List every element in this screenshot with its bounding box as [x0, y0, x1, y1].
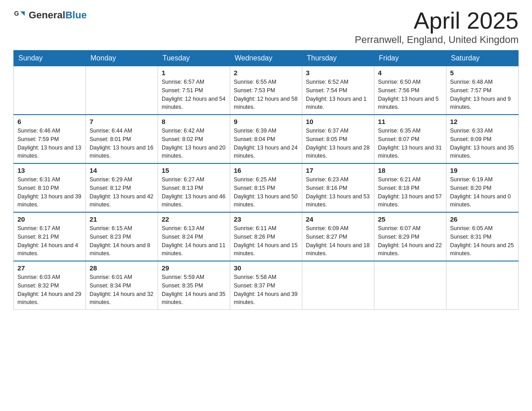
day-info: Sunrise: 6:35 AMSunset: 8:07 PMDaylight:… [378, 127, 442, 160]
day-info: Sunrise: 6:01 AMSunset: 8:34 PMDaylight:… [90, 273, 154, 307]
calendar-cell [86, 66, 158, 115]
day-info: Sunrise: 5:59 AMSunset: 8:35 PMDaylight:… [162, 273, 226, 307]
calendar-table: Sunday Monday Tuesday Wednesday Thursday… [13, 50, 519, 310]
day-number: 11 [378, 118, 442, 125]
logo-general-text: General [29, 9, 65, 21]
svg-marker-1 [20, 12, 25, 16]
day-info: Sunrise: 6:33 AMSunset: 8:09 PMDaylight:… [450, 127, 515, 160]
day-info: Sunrise: 6:42 AMSunset: 8:02 PMDaylight:… [162, 127, 226, 160]
day-number: 14 [90, 167, 154, 174]
calendar-cell: 15Sunrise: 6:27 AMSunset: 8:13 PMDayligh… [158, 163, 230, 212]
calendar-cell: 13Sunrise: 6:31 AMSunset: 8:10 PMDayligh… [14, 163, 86, 212]
calendar-week-row: 27Sunrise: 6:03 AMSunset: 8:32 PMDayligh… [14, 261, 519, 310]
month-title: April 2025 [355, 9, 519, 32]
day-info: Sunrise: 6:27 AMSunset: 8:13 PMDaylight:… [162, 176, 226, 209]
calendar-cell: 9Sunrise: 6:39 AMSunset: 8:04 PMDaylight… [230, 115, 302, 163]
day-number: 5 [450, 69, 515, 77]
col-sunday: Sunday [14, 51, 86, 66]
day-number: 29 [162, 264, 226, 272]
calendar-cell: 27Sunrise: 6:03 AMSunset: 8:32 PMDayligh… [14, 261, 86, 310]
day-number: 17 [306, 167, 370, 174]
calendar-week-row: 13Sunrise: 6:31 AMSunset: 8:10 PMDayligh… [14, 163, 519, 212]
day-info: Sunrise: 6:57 AMSunset: 7:51 PMDaylight:… [162, 78, 226, 111]
day-number: 1 [162, 69, 226, 77]
day-info: Sunrise: 6:25 AMSunset: 8:15 PMDaylight:… [234, 176, 298, 209]
day-info: Sunrise: 6:15 AMSunset: 8:23 PMDaylight:… [90, 224, 154, 258]
calendar-cell: 2Sunrise: 6:55 AMSunset: 7:53 PMDaylight… [230, 66, 302, 115]
logo-blue-text: Blue [65, 9, 87, 21]
day-info: Sunrise: 6:09 AMSunset: 8:27 PMDaylight:… [306, 224, 370, 258]
day-number: 20 [17, 215, 82, 223]
page-header: G GeneralBlue April 2025 Perranwell, Eng… [13, 9, 519, 46]
calendar-cell: 3Sunrise: 6:52 AMSunset: 7:54 PMDaylight… [302, 66, 374, 115]
calendar-cell: 12Sunrise: 6:33 AMSunset: 8:09 PMDayligh… [446, 115, 519, 163]
calendar-cell: 20Sunrise: 6:17 AMSunset: 8:21 PMDayligh… [14, 212, 86, 261]
day-number: 8 [162, 118, 226, 125]
calendar-header-row: Sunday Monday Tuesday Wednesday Thursday… [14, 51, 519, 66]
svg-text:G: G [14, 10, 19, 17]
day-number: 21 [90, 215, 154, 223]
day-info: Sunrise: 6:48 AMSunset: 7:57 PMDaylight:… [450, 78, 515, 111]
day-info: Sunrise: 6:11 AMSunset: 8:26 PMDaylight:… [234, 224, 298, 258]
calendar-cell: 14Sunrise: 6:29 AMSunset: 8:12 PMDayligh… [86, 163, 158, 212]
day-number: 16 [234, 167, 298, 174]
col-saturday: Saturday [446, 51, 519, 66]
calendar-cell [302, 261, 374, 310]
col-tuesday: Tuesday [158, 51, 230, 66]
general-blue-logo-icon: G [13, 9, 26, 21]
day-number: 9 [234, 118, 298, 125]
col-monday: Monday [86, 51, 158, 66]
title-block: April 2025 Perranwell, England, United K… [355, 9, 519, 46]
calendar-cell: 30Sunrise: 5:58 AMSunset: 8:37 PMDayligh… [230, 261, 302, 310]
calendar-cell: 11Sunrise: 6:35 AMSunset: 8:07 PMDayligh… [374, 115, 446, 163]
col-friday: Friday [374, 51, 446, 66]
calendar-week-row: 6Sunrise: 6:46 AMSunset: 7:59 PMDaylight… [14, 115, 519, 163]
calendar-cell: 6Sunrise: 6:46 AMSunset: 7:59 PMDaylight… [14, 115, 86, 163]
day-number: 30 [234, 264, 298, 272]
day-number: 6 [17, 118, 82, 125]
calendar-cell: 25Sunrise: 6:07 AMSunset: 8:29 PMDayligh… [374, 212, 446, 261]
day-info: Sunrise: 6:13 AMSunset: 8:24 PMDaylight:… [162, 224, 226, 258]
day-info: Sunrise: 6:44 AMSunset: 8:01 PMDaylight:… [90, 127, 154, 160]
day-number: 24 [306, 215, 370, 223]
calendar-cell [14, 66, 86, 115]
calendar-cell: 18Sunrise: 6:21 AMSunset: 8:18 PMDayligh… [374, 163, 446, 212]
day-number: 27 [17, 264, 82, 272]
calendar-cell: 28Sunrise: 6:01 AMSunset: 8:34 PMDayligh… [86, 261, 158, 310]
day-info: Sunrise: 6:50 AMSunset: 7:56 PMDaylight:… [378, 78, 442, 111]
calendar-cell: 17Sunrise: 6:23 AMSunset: 8:16 PMDayligh… [302, 163, 374, 212]
day-number: 7 [90, 118, 154, 125]
day-number: 23 [234, 215, 298, 223]
day-info: Sunrise: 6:05 AMSunset: 8:31 PMDaylight:… [450, 224, 515, 258]
calendar-cell: 4Sunrise: 6:50 AMSunset: 7:56 PMDaylight… [374, 66, 446, 115]
day-info: Sunrise: 6:37 AMSunset: 8:05 PMDaylight:… [306, 127, 370, 160]
col-thursday: Thursday [302, 51, 374, 66]
day-number: 19 [450, 167, 515, 174]
calendar-cell: 7Sunrise: 6:44 AMSunset: 8:01 PMDaylight… [86, 115, 158, 163]
calendar-cell: 21Sunrise: 6:15 AMSunset: 8:23 PMDayligh… [86, 212, 158, 261]
calendar-cell: 16Sunrise: 6:25 AMSunset: 8:15 PMDayligh… [230, 163, 302, 212]
day-info: Sunrise: 6:23 AMSunset: 8:16 PMDaylight:… [306, 176, 370, 209]
day-number: 4 [378, 69, 442, 77]
day-number: 25 [378, 215, 442, 223]
calendar-cell: 10Sunrise: 6:37 AMSunset: 8:05 PMDayligh… [302, 115, 374, 163]
calendar-cell: 29Sunrise: 5:59 AMSunset: 8:35 PMDayligh… [158, 261, 230, 310]
day-info: Sunrise: 6:29 AMSunset: 8:12 PMDaylight:… [90, 176, 154, 209]
calendar-cell: 8Sunrise: 6:42 AMSunset: 8:02 PMDaylight… [158, 115, 230, 163]
day-info: Sunrise: 6:17 AMSunset: 8:21 PMDaylight:… [17, 224, 82, 258]
day-number: 10 [306, 118, 370, 125]
calendar-cell: 24Sunrise: 6:09 AMSunset: 8:27 PMDayligh… [302, 212, 374, 261]
day-info: Sunrise: 6:07 AMSunset: 8:29 PMDaylight:… [378, 224, 442, 258]
day-number: 22 [162, 215, 226, 223]
logo: G GeneralBlue [13, 9, 87, 21]
day-info: Sunrise: 6:55 AMSunset: 7:53 PMDaylight:… [234, 78, 298, 111]
calendar-cell [446, 261, 519, 310]
day-info: Sunrise: 6:39 AMSunset: 8:04 PMDaylight:… [234, 127, 298, 160]
day-number: 12 [450, 118, 515, 125]
calendar-cell [374, 261, 446, 310]
location-title: Perranwell, England, United Kingdom [355, 34, 519, 46]
calendar-cell: 1Sunrise: 6:57 AMSunset: 7:51 PMDaylight… [158, 66, 230, 115]
day-info: Sunrise: 6:19 AMSunset: 8:20 PMDaylight:… [450, 176, 515, 209]
day-info: Sunrise: 6:46 AMSunset: 7:59 PMDaylight:… [17, 127, 82, 160]
calendar-cell: 23Sunrise: 6:11 AMSunset: 8:26 PMDayligh… [230, 212, 302, 261]
